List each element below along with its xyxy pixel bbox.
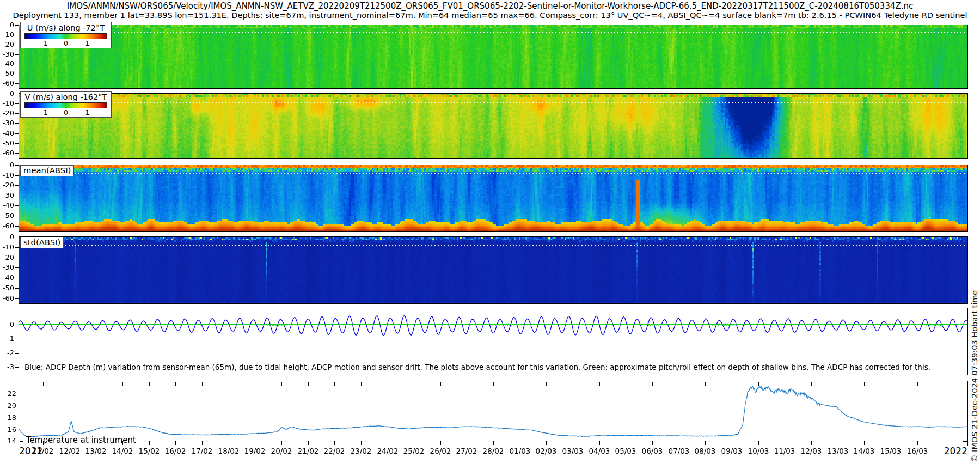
colorbar-v-tick-0: 0 (64, 108, 68, 117)
y-tick-label-temp: 22 (0, 390, 16, 398)
y-tick-label-d: 0 (0, 321, 14, 328)
x-tick-label: 23/02 (348, 447, 374, 455)
y-tick-m (15, 205, 19, 206)
x-tick-top (891, 382, 891, 386)
y-tick-label-v: 0 (0, 90, 14, 98)
x-tick-top (281, 382, 282, 386)
x-tick-bottom (573, 441, 573, 445)
y-tick-label-d: -1 (0, 335, 14, 343)
y-tick-label-m: -10 (0, 172, 14, 179)
x-tick-label: 07/03 (666, 447, 692, 455)
x-tick-top (864, 382, 865, 386)
heatmap-std-absi (19, 236, 968, 304)
y-tick-label-u: 0 (0, 21, 14, 29)
heatmap-u-velocity (19, 25, 968, 89)
x-tick-bottom (626, 441, 626, 445)
y-tick-label-v: -20 (0, 109, 14, 117)
colorbar-u (24, 33, 107, 39)
x-tick-bottom (334, 441, 335, 445)
y-tick-u (15, 54, 19, 55)
x-tick-top (467, 382, 467, 386)
x-tick-top (520, 382, 520, 386)
x-tick-label: 12/03 (798, 447, 824, 455)
x-tick-bottom (864, 441, 865, 445)
x-tick-bottom (652, 441, 653, 445)
depth-variation-note: Blue: ADCP Depth (m) variation from sens… (24, 363, 930, 371)
x-tick-label: 18/02 (216, 447, 242, 455)
y-tick-label-d: -3 (0, 363, 14, 371)
y-tick-v (15, 153, 19, 154)
x-tick-label: 16/03 (904, 447, 930, 455)
figure-title-line2: Deployment 133, member 1 lat=33.89S lon=… (0, 10, 980, 20)
x-tick-bottom (917, 441, 918, 445)
x-tick-top (43, 382, 44, 386)
legend-v-title: V (m/s) along -162°T (23, 92, 109, 102)
x-tick-label: 21/02 (295, 447, 321, 455)
x-tick-top (811, 382, 812, 386)
x-tick-label: 12/02 (57, 447, 83, 455)
x-tick-bottom (732, 441, 732, 445)
legend-u-title: U (m/s) along -72°T (23, 23, 109, 33)
x-tick-top (414, 382, 414, 386)
y-tick-temp-left (20, 418, 23, 418)
colorbar-u-ticks: -1 0 1 (23, 39, 109, 47)
x-tick-label: 20/02 (268, 447, 295, 455)
y-tick-label-v: -60 (0, 149, 14, 157)
x-tick-top (361, 382, 362, 386)
x-tick-bottom (546, 441, 547, 445)
y-tick-temp-left (20, 430, 23, 430)
y-tick-d (15, 353, 19, 354)
y-tick-temp-right (963, 430, 967, 430)
colorbar-v (24, 102, 107, 108)
y-tick-s (15, 298, 19, 299)
legend-v-velocity: V (m/s) along -162°T -1 0 1 (20, 91, 112, 118)
y-tick-m (15, 216, 19, 216)
y-tick-label-s: -60 (0, 295, 14, 302)
y-tick-label-u: -60 (0, 80, 14, 87)
x-tick-bottom (308, 441, 309, 445)
x-tick-top (175, 382, 176, 386)
x-tick-label: 26/02 (427, 447, 454, 455)
y-tick-label-temp: 14 (0, 437, 16, 445)
y-tick-u (15, 25, 19, 26)
x-tick-top (732, 382, 732, 386)
y-tick-label-m: -40 (0, 202, 14, 209)
heatmap-v-velocity (19, 93, 968, 159)
y-tick-label-m: -30 (0, 192, 14, 199)
x-tick-top (838, 382, 838, 386)
x-tick-label: 15/02 (136, 447, 162, 455)
y-tick-v (15, 113, 19, 114)
x-tick-bottom (758, 441, 759, 445)
x-tick-label: 14/03 (851, 447, 877, 455)
x-tick-bottom (255, 441, 255, 445)
x-tick-label: 28/02 (480, 447, 506, 455)
x-tick-bottom (520, 441, 520, 445)
colorbar-v-ticks: -1 0 1 (23, 108, 109, 116)
x-tick-top (705, 382, 706, 386)
y-tick-label-u: -40 (0, 60, 14, 68)
x-tick-bottom (467, 441, 467, 445)
y-tick-label-u: -30 (0, 51, 14, 58)
label-mean-absi: mean(ABSI) (20, 165, 74, 176)
label-std-absi: std(ABSI) (20, 237, 64, 248)
heatmap-mean-absi (19, 165, 968, 232)
y-tick-m (15, 196, 19, 196)
y-tick-temp-right (963, 418, 967, 418)
lineplot-temperature (19, 381, 968, 446)
y-tick-label-m: -60 (0, 222, 14, 230)
y-tick-d (15, 325, 19, 325)
x-tick-bottom (149, 441, 150, 445)
x-tick-bottom (679, 441, 679, 445)
x-tick-label: 01/03 (507, 447, 533, 455)
x-tick-top (440, 382, 441, 386)
y-tick-s (15, 258, 19, 258)
colorbar-u-tick-neg1: -1 (41, 39, 47, 47)
x-tick-top (308, 382, 309, 386)
x-tick-top (229, 382, 229, 386)
x-tick-bottom (202, 441, 203, 445)
x-tick-top (202, 382, 203, 386)
x-tick-top (785, 382, 785, 386)
x-tick-top (149, 382, 150, 386)
colorbar-u-tick-0: 0 (64, 39, 68, 47)
x-tick-label: 03/03 (560, 447, 586, 455)
